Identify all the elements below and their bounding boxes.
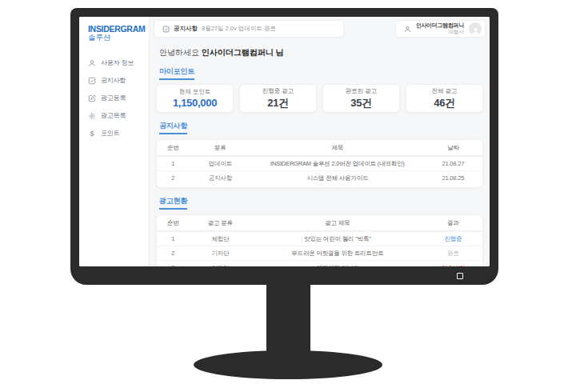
status-badge: 검수반려	[424, 264, 482, 267]
section-title-notices: 공지사항	[159, 121, 187, 134]
ads-table-header: 순번 광고 분류 광고 제목 결과	[157, 216, 482, 231]
sidebar-item-ad-register[interactable]: 광고등록	[79, 90, 149, 107]
user-icon	[88, 59, 96, 67]
sidebar-item-ad-list[interactable]: 광고목록	[79, 107, 149, 125]
stat-card-current-points: 현재 포인트 1,150,000	[156, 84, 234, 113]
section-title-ads: 광고현황	[159, 196, 187, 210]
cell-category: 업데이트	[190, 160, 251, 168]
main-content: 공지사항 8월27일 2.0v 업데이트 완료 인사이더그램컴퍼니 대행사	[150, 17, 490, 266]
user-name: 인사이더그램컴퍼니	[416, 22, 464, 29]
stat-label: 완료된 광고	[346, 87, 378, 95]
table-row[interactable]: 3 기자단 해피해피 장난감 검수반려	[157, 260, 482, 266]
topbar-notice-text: 8월27일 2.0v 업데이트 완료	[202, 25, 276, 33]
col-header: 분류	[190, 144, 251, 152]
page: INSIDERGRAM 솔루션 사용자 정보 공지사항	[0, 0, 576, 392]
table-row[interactable]: 2 기자단 부드러운 머릿결을 위한 트리트먼트 완료	[157, 246, 482, 260]
stat-card-total-ads: 전체 광고 46건	[406, 84, 483, 113]
cell-title: 부드러운 머릿결을 위한 트리트먼트	[251, 250, 424, 258]
stat-value: 21건	[267, 96, 289, 110]
topbar-notice-label: 공지사항	[174, 25, 198, 33]
table-row[interactable]: 1 체험단 맛있는 어린이 젤리 "빅톡" 진행중	[157, 231, 482, 246]
sidebar-item-points[interactable]: $ 포인트	[79, 125, 149, 142]
compose-icon	[88, 94, 96, 102]
sidebar-item-label: 광고목록	[101, 111, 126, 120]
app-logo: INSIDERGRAM 솔루션	[79, 17, 149, 42]
col-header: 제목	[251, 144, 424, 152]
cell-category: 기자단	[190, 250, 251, 258]
cell-title: INSIDERGRAM 솔루션 2.0버전 업데이트 (내역확인)	[251, 160, 424, 168]
user-icon	[404, 26, 411, 33]
table-row[interactable]: 1 업데이트 INSIDERGRAM 솔루션 2.0버전 업데이트 (내역확인)…	[157, 156, 482, 170]
gear-icon	[88, 112, 96, 120]
stat-label: 진행중 광고	[262, 87, 294, 95]
cell-seq: 1	[157, 235, 190, 242]
stat-card-active-ads: 진행중 광고 21건	[239, 84, 317, 113]
table-row[interactable]: 2 공지사항 시스템 전체 사용가이드 21.08.25	[157, 170, 482, 185]
stat-label: 전체 광고	[431, 87, 457, 95]
greeting-name: 인사이더그램컴퍼니	[202, 48, 274, 57]
cell-seq: 1	[157, 160, 190, 167]
monitor-stand-base	[194, 350, 382, 379]
sidebar-menu: 사용자 정보 공지사항 광고등록	[79, 54, 149, 142]
status-badge: 진행중	[424, 235, 482, 243]
stat-value: 35건	[350, 96, 372, 110]
sidebar: INSIDERGRAM 솔루션 사용자 정보 공지사항	[79, 17, 150, 266]
cell-seq: 3	[157, 264, 190, 266]
avatar	[469, 22, 482, 35]
col-header: 광고 분류	[190, 219, 251, 227]
monitor-stand-neck	[266, 280, 310, 354]
cell-title: 맛있는 어린이 젤리 "빅톡"	[251, 235, 424, 243]
col-header: 결과	[424, 219, 482, 227]
section-title-mypoint: 마이포인트	[159, 66, 194, 80]
notices-table: 순번 분류 제목 날짜 1 업데이트 INSIDERGRAM 솔루션 2.0버전…	[156, 139, 483, 188]
cell-seq: 2	[157, 174, 190, 182]
monitor-screen: INSIDERGRAM 솔루션 사용자 정보 공지사항	[79, 17, 490, 266]
col-header: 날짜	[424, 144, 482, 152]
cell-title: 해피해피 장난감	[251, 264, 424, 267]
stat-card-completed-ads: 완료된 광고 35건	[322, 84, 400, 113]
clipboard-check-icon	[162, 26, 170, 33]
notices-table-header: 순번 분류 제목 날짜	[157, 141, 482, 156]
col-header: 광고 제목	[251, 219, 424, 227]
stat-value: 1,150,000	[173, 97, 217, 109]
col-header: 순번	[157, 144, 190, 152]
status-badge: 완료	[424, 250, 482, 258]
topbar-notice[interactable]: 공지사항 8월27일 2.0v 업데이트 완료	[154, 20, 344, 38]
power-button[interactable]	[457, 273, 463, 279]
sidebar-item-label: 광고등록	[101, 94, 126, 102]
stat-label: 현재 포인트	[179, 88, 211, 96]
sidebar-item-label: 공지사항	[101, 76, 126, 85]
greeting-prefix: 안녕하세요	[159, 48, 202, 57]
ads-table: 순번 광고 분류 광고 제목 결과 1 체험단 맛있는 어린이 젤리 "빅톡" …	[156, 214, 483, 266]
sidebar-item-label: 포인트	[101, 129, 119, 138]
greeting: 안녕하세요 인사이더그램컴퍼니 님	[159, 47, 480, 58]
cell-date: 21.08.27	[424, 160, 482, 167]
cell-category: 공지사항	[190, 174, 251, 182]
cell-date: 21.08.25	[424, 174, 482, 182]
clipboard-check-icon	[88, 77, 96, 85]
sidebar-item-notices[interactable]: 공지사항	[79, 72, 149, 90]
stat-value: 46건	[434, 96, 455, 110]
dollar-icon: $	[88, 130, 96, 138]
cell-category: 체험단	[190, 235, 251, 243]
col-header: 순번	[157, 219, 190, 227]
user-role: 대행사	[416, 29, 464, 35]
cell-title: 시스템 전체 사용가이드	[251, 174, 424, 182]
mypoint-cards: 현재 포인트 1,150,000 진행중 광고 21건 완료된 광고 35건 전…	[156, 84, 483, 113]
topbar-user[interactable]: 인사이더그램컴퍼니 대행사	[395, 20, 486, 38]
monitor-frame: INSIDERGRAM 솔루션 사용자 정보 공지사항	[70, 8, 498, 285]
cell-seq: 2	[157, 250, 190, 257]
sidebar-item-user-info[interactable]: 사용자 정보	[79, 54, 149, 72]
cell-category: 기자단	[190, 264, 251, 267]
sidebar-item-label: 사용자 정보	[101, 58, 134, 67]
logo-text-solution: 솔루션	[88, 34, 149, 42]
topbar: 공지사항 8월27일 2.0v 업데이트 완료 인사이더그램컴퍼니 대행사	[150, 17, 490, 38]
greeting-suffix: 님	[274, 48, 284, 57]
